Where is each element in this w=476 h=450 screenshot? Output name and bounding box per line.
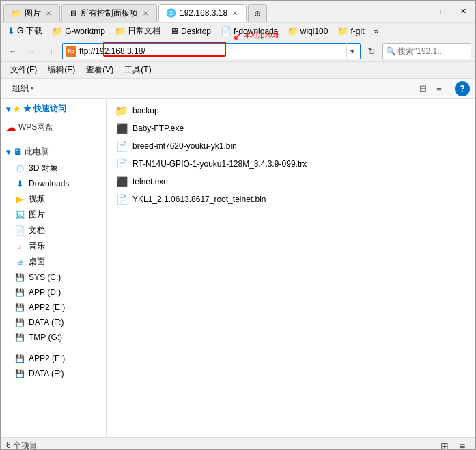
downloads-icon: ⬇ <box>14 178 25 189</box>
bookmark-f-downloads[interactable]: 📄 f-downloads <box>216 25 282 38</box>
file-icon-bk: 📄 <box>221 26 232 36</box>
sidebar-item-documents[interactable]: 📄 文档 <box>1 223 106 238</box>
minimize-button[interactable]: ─ <box>412 2 432 21</box>
folder-icon-1: 📁 <box>52 26 63 36</box>
sidebar-item-pictures[interactable]: 🖼 图片 <box>1 207 106 223</box>
sidebar-item-tmp-g[interactable]: 💾 TMP (G:) <box>1 330 106 345</box>
drive-icon-c: 💾 <box>14 272 25 283</box>
drive-icon-e2: 💾 <box>14 353 25 364</box>
organize-button[interactable]: 组织 ▾ <box>6 81 40 96</box>
pc-icon: 🖥 <box>13 147 22 157</box>
refresh-button[interactable]: ↻ <box>363 43 380 59</box>
sidebar-item-3d-objects[interactable]: ⬡ 3D 对象 <box>1 160 106 176</box>
address-input[interactable] <box>79 46 344 56</box>
desktop-sidebar-icon: 🖥 <box>14 257 25 268</box>
status-bar: 6 个项目 ⊞ ≡ <box>1 437 475 450</box>
tab-control-panel-label: 所有控制面板项 <box>81 8 138 19</box>
menu-view[interactable]: 查看(V) <box>81 63 119 77</box>
tab-pictures[interactable]: 📁 图片 ✕ <box>3 4 60 22</box>
folder-icon-3: 📁 <box>288 26 298 36</box>
bookmark-desktop[interactable]: 🖥 Desktop <box>166 25 215 38</box>
sidebar-item-desktop[interactable]: 🖥 桌面 <box>1 254 106 270</box>
drive-icon-f: 💾 <box>14 317 25 328</box>
bookmark-more[interactable]: » <box>369 25 382 38</box>
sidebar-item-sys-c[interactable]: 💾 SYS (C:) <box>1 270 106 285</box>
search-input[interactable] <box>397 46 476 56</box>
quick-access-label: ★ 快速访问 <box>23 103 66 115</box>
bookmark-g-worktmp[interactable]: 📁 G-worktmp <box>48 25 109 38</box>
file-item-ykl1-bin[interactable]: 📄 YKL1_2.1.0613.8617_root_telnet.bin <box>107 191 475 208</box>
tabs-area: 📁 图片 ✕ 🖥 所有控制面板项 ✕ 🌐 192.168.3.18 ✕ ⊕ <box>1 1 410 22</box>
address-dropdown[interactable]: ▾ <box>346 43 357 59</box>
trx-icon: 📄 <box>115 157 128 171</box>
sidebar: ▾ ★ ★ 快速访问 ☁ WPS网盘 ▾ 🖥 此电脑 ⬡ 3D 对象 ⬇ <box>1 99 107 437</box>
sidebar-item-videos[interactable]: ▶ 视频 <box>1 191 106 207</box>
desktop-icon: 🖥 <box>170 26 179 36</box>
tab-new-icon: ⊕ <box>254 9 261 18</box>
back-button[interactable]: ← <box>5 43 21 59</box>
menu-bar: 文件(F) 编辑(E) 查看(V) 工具(T) <box>1 62 475 79</box>
file-item-breed-bin[interactable]: 📄 breed-mt7620-youku-yk1.bin <box>107 137 475 155</box>
tab-ftp[interactable]: 🌐 192.168.3.18 ✕ <box>158 4 247 22</box>
forward-button[interactable]: → <box>24 43 40 59</box>
view-grid-button[interactable]: ⊞ <box>415 81 430 96</box>
menu-edit[interactable]: 编辑(E) <box>42 63 81 77</box>
sidebar-section-this-pc[interactable]: ▾ 🖥 此电脑 <box>1 142 106 160</box>
file-list: 📁 backup ⬛ Baby-FTP.exe 📄 breed-mt7620-y… <box>107 99 475 437</box>
sidebar-item-data-f2[interactable]: 💾 DATA (F:) <box>1 366 106 381</box>
bookmark-daily-docs[interactable]: 📁 日常文档 <box>111 24 165 38</box>
sidebar-item-music[interactable]: ♪ 音乐 <box>1 238 106 254</box>
menu-tools[interactable]: 工具(T) <box>119 63 156 77</box>
sidebar-item-app-d[interactable]: 💾 APP (D:) <box>1 285 106 300</box>
sidebar-item-downloads[interactable]: ⬇ Downloads <box>1 176 106 191</box>
status-right: ⊞ ≡ <box>437 438 470 451</box>
divider-2 <box>6 348 100 348</box>
bookmark-wiqi100[interactable]: 📁 wiqi100 <box>283 25 333 38</box>
folder-icon-2: 📁 <box>115 26 126 36</box>
picture-icon: 🖼 <box>14 210 25 221</box>
address-bar[interactable]: ftp ▾ <box>62 43 361 59</box>
quick-access-expand-icon: ▾ <box>6 104 10 114</box>
help-button[interactable]: ? <box>455 81 470 96</box>
organize-arrow: ▾ <box>31 85 33 92</box>
status-item-count: 6 个项目 <box>6 440 38 450</box>
drive-icon-f2: 💾 <box>14 368 25 379</box>
wps-label: WPS网盘 <box>18 122 53 133</box>
quick-access-star-icon: ★ <box>13 104 20 114</box>
tab-control-panel[interactable]: 🖥 所有控制面板项 ✕ <box>61 4 157 22</box>
menu-file[interactable]: 文件(F) <box>5 63 42 77</box>
status-view-grid[interactable]: ⊞ <box>437 438 452 451</box>
search-bar[interactable]: 🔍 <box>382 43 471 59</box>
file-item-backup[interactable]: 📁 backup <box>107 102 475 119</box>
bookmark-f-git[interactable]: 📁 f-git <box>333 25 368 38</box>
up-button[interactable]: ↑ <box>43 43 59 59</box>
sidebar-section-quick-access[interactable]: ▾ ★ ★ 快速访问 <box>1 99 106 117</box>
wps-icon: ☁ <box>6 122 16 133</box>
drive-icon-e: 💾 <box>14 302 25 313</box>
sidebar-item-app2-e2[interactable]: 💾 APP2 (E:) <box>1 351 106 366</box>
tab-pictures-close[interactable]: ✕ <box>44 9 53 18</box>
close-button[interactable]: ✕ <box>453 2 473 21</box>
file-item-rt-n14u-trx[interactable]: 📄 RT-N14U-GPIO-1-youku1-128M_3.4.3.9-099… <box>107 155 475 173</box>
view-icons: ⊞ ≡ ? <box>415 81 470 96</box>
download-icon: ⬇ <box>8 26 15 36</box>
bin-icon-breed: 📄 <box>115 139 128 153</box>
tab-pictures-label: 图片 <box>25 8 41 19</box>
maximize-button[interactable]: □ <box>433 2 452 21</box>
command-bar: 组织 ▾ ⊞ ≡ ? <box>1 79 475 99</box>
file-item-baby-ftp[interactable]: ⬛ Baby-FTP.exe <box>107 119 475 137</box>
document-icon: 📄 <box>14 225 25 236</box>
view-details-button[interactable]: ≡ <box>432 81 447 96</box>
search-icon: 🔍 <box>386 46 396 56</box>
tab-new[interactable]: ⊕ <box>248 4 267 22</box>
sidebar-item-data-f[interactable]: 💾 DATA (F:) <box>1 315 106 330</box>
file-item-telnet-exe[interactable]: ⬛ telnet.exe <box>107 173 475 191</box>
sidebar-item-app2-e[interactable]: 💾 APP2 (E:) <box>1 300 106 315</box>
tab-control-panel-close[interactable]: ✕ <box>141 9 150 18</box>
status-view-list[interactable]: ≡ <box>455 438 470 451</box>
tab-ftp-close[interactable]: ✕ <box>231 9 239 18</box>
divider-1 <box>6 139 100 139</box>
bookmark-g-download[interactable]: ⬇ G-下载 <box>3 24 46 38</box>
folder-icon-4: 📁 <box>337 26 348 36</box>
sidebar-section-wps[interactable]: ☁ WPS网盘 <box>1 117 106 136</box>
